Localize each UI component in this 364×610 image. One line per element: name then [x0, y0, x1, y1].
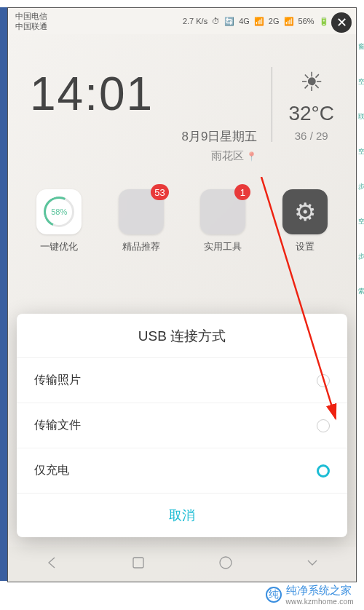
clock-date: 8月9日星期五: [30, 128, 272, 145]
app-label: 设置: [296, 240, 314, 253]
watermark-url: www.kzmhome.com: [286, 598, 354, 606]
boost-percent: 58%: [44, 197, 74, 227]
app-folder-featured[interactable]: 53 精品推荐: [109, 189, 173, 253]
badge: 1: [234, 184, 250, 200]
badge: 53: [151, 184, 168, 200]
close-icon[interactable]: ✕: [331, 12, 352, 33]
nav-recent[interactable]: [218, 555, 234, 574]
app-label: 一键优化: [40, 240, 78, 253]
clock-time: 14:01: [30, 67, 272, 121]
opt-label: 仅充电: [34, 463, 69, 478]
battery-pct: 56%: [298, 17, 314, 25]
nav-back[interactable]: [44, 555, 60, 574]
app-label: 精品推荐: [122, 240, 160, 253]
radio-icon: [317, 374, 330, 387]
opt-transfer-photos[interactable]: 传输照片: [17, 357, 347, 403]
gear-icon: ⚙: [282, 189, 328, 234]
watermark-icon: 纯: [266, 587, 282, 603]
signal-icon-2: 📶: [284, 17, 294, 26]
signal-icon-1: 📶: [254, 17, 264, 26]
opt-label: 传输照片: [34, 373, 81, 388]
dialog-title: USB 连接方式: [17, 314, 347, 357]
weather-range: 36 / 29: [288, 130, 334, 142]
app-folder-tools[interactable]: 1 实用工具: [191, 189, 255, 253]
cancel-button[interactable]: 取消: [17, 493, 347, 537]
opt-charge-only[interactable]: 仅充电: [17, 448, 347, 493]
radio-icon: [317, 419, 330, 432]
nav-bar: [8, 547, 356, 582]
weather-temp: 32°C: [288, 102, 334, 125]
clock-weather-widget[interactable]: 14:01 8月9日星期五 雨花区 ☀ 32°C 36 / 29: [8, 34, 356, 170]
opt-transfer-files[interactable]: 传输文件: [17, 403, 347, 448]
weather-icon: ☀: [288, 67, 334, 98]
app-row: 58% 一键优化 53 精品推荐 1 实用工具 ⚙ 设置: [8, 170, 356, 262]
signal-4g: 4G: [239, 17, 250, 25]
svg-point-2: [220, 557, 232, 569]
app-label: 实用工具: [204, 240, 242, 253]
app-boost[interactable]: 58% 一键优化: [27, 189, 91, 253]
net-speed: 2.7 K/s: [183, 17, 207, 25]
radio-icon-selected: [317, 464, 330, 478]
watermark-text: 纯净系统之家: [286, 584, 354, 598]
sync-icon: 🔄: [224, 17, 234, 26]
phone-screenshot: ✕ 中国电信 中国联通 2.7 K/s ⏱ 🔄 4G 📶 2G 📶 56% 🔋 …: [7, 7, 357, 582]
watermark: 纯 纯净系统之家 www.kzmhome.com: [266, 584, 354, 606]
clock-location: 雨花区: [30, 149, 272, 163]
nav-home[interactable]: [130, 555, 146, 574]
signal-2g: 2G: [269, 17, 280, 25]
alarm-icon: ⏱: [212, 17, 220, 25]
app-settings[interactable]: ⚙ 设置: [273, 189, 337, 253]
status-bar: 中国电信 中国联通 2.7 K/s ⏱ 🔄 4G 📶 2G 📶 56% 🔋 14…: [8, 8, 356, 34]
svg-rect-1: [133, 558, 143, 568]
carrier-2: 中国联通: [15, 21, 47, 31]
battery-icon: 🔋: [319, 17, 329, 26]
carrier-1: 中国电信: [15, 11, 47, 21]
usb-dialog: USB 连接方式 传输照片 传输文件 仅充电 取消: [17, 314, 347, 537]
opt-label: 传输文件: [34, 418, 81, 433]
nav-hide[interactable]: [304, 555, 320, 574]
